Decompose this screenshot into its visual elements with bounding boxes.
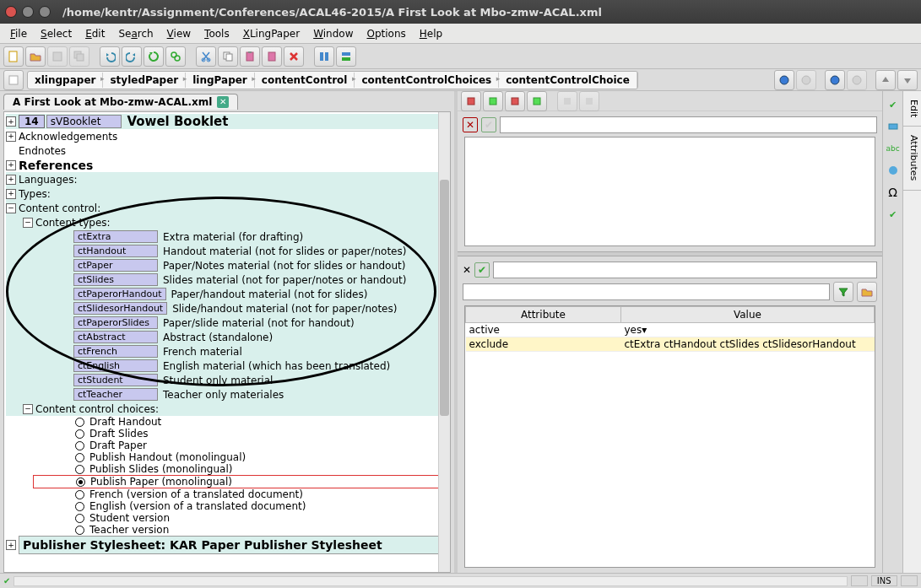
attr-name[interactable]: exclude <box>466 337 621 352</box>
attr-value[interactable]: ctExtra ctHandout ctSlides ctSlidesorHan… <box>620 337 874 352</box>
split-h-icon[interactable] <box>336 46 356 67</box>
menu-tools[interactable]: Tools <box>198 25 236 42</box>
radio-icon[interactable] <box>75 418 84 427</box>
content-choice-row[interactable]: Draft Paper <box>6 440 448 451</box>
delete-icon[interactable] <box>284 46 304 67</box>
paste-special-icon[interactable] <box>262 46 282 67</box>
split-v-icon[interactable] <box>314 46 334 67</box>
menu-window[interactable]: Window <box>306 25 360 42</box>
node-icon-1[interactable] <box>461 91 481 111</box>
attr-value[interactable]: yes▾ <box>620 323 874 337</box>
menu-xlingpaper[interactable]: XLingPaper <box>236 25 306 42</box>
collapse-icon[interactable]: − <box>23 218 33 228</box>
attr-filter-input[interactable] <box>463 283 830 300</box>
redo-icon[interactable] <box>122 46 142 67</box>
node-icon-6[interactable] <box>579 91 599 111</box>
radio-icon[interactable] <box>75 429 84 439</box>
window-maximize-button[interactable] <box>39 6 51 18</box>
content-type-row[interactable]: ctTeacherTeacher only materiales <box>6 387 448 402</box>
side-check-icon[interactable]: ✔ <box>885 96 902 113</box>
side-abc-icon[interactable]: abc <box>885 140 902 157</box>
attr-cancel-button[interactable]: ✕ <box>463 264 471 276</box>
copy-icon[interactable] <box>218 46 238 67</box>
menu-options[interactable]: Options <box>360 25 412 42</box>
tree-down-icon[interactable] <box>897 70 918 90</box>
globe2-dim-icon[interactable] <box>847 70 867 90</box>
content-choice-row[interactable]: Publish Slides (monolingual) <box>6 463 448 475</box>
side-tag-icon[interactable] <box>885 118 902 135</box>
breadcrumb-item[interactable]: lingPaper <box>186 73 255 88</box>
expand-icon[interactable]: + <box>6 175 16 185</box>
menu-help[interactable]: Help <box>413 25 449 42</box>
document-tree[interactable]: + 14 sVBooklet Vowel Booklet +Acknowledg… <box>3 111 451 573</box>
tree-item-languages[interactable]: Languages: <box>19 174 78 186</box>
content-type-row[interactable]: ctStudentStudent only material <box>6 373 448 387</box>
content-type-id[interactable]: ctExtra <box>73 230 158 243</box>
attr-value-input[interactable] <box>493 262 877 278</box>
cut-icon[interactable] <box>196 46 216 67</box>
content-type-row[interactable]: ctPaperPaper/Notes material (not for sli… <box>6 258 448 272</box>
edit-name-input[interactable] <box>500 116 877 133</box>
content-type-row[interactable]: ctSlidesSlides material (not for paper/n… <box>6 272 448 287</box>
content-type-id[interactable]: ctSlidesorHandout <box>73 302 167 315</box>
content-type-id[interactable]: ctTeacher <box>73 388 158 401</box>
tree-item-content-types[interactable]: Content types: <box>35 217 111 229</box>
breadcrumb-item[interactable]: contentControlChoice <box>499 73 637 88</box>
content-choice-row[interactable]: Publish Handout (monolingual) <box>6 451 448 463</box>
tree-item-content-control[interactable]: Content control: <box>19 202 100 214</box>
content-type-id[interactable]: ctPaper <box>73 259 158 272</box>
node-icon-5[interactable] <box>557 91 577 111</box>
content-type-id[interactable]: ctFrench <box>73 345 158 358</box>
attributes-table[interactable]: Attribute Value active yes▾ exclude ctEx… <box>464 305 875 568</box>
cancel-edit-button[interactable]: ✕ <box>463 117 478 132</box>
content-choice-row[interactable]: Draft Slides <box>6 428 448 440</box>
section-id[interactable]: sVBooklet <box>46 115 122 128</box>
attr-header-attribute[interactable]: Attribute <box>466 307 621 323</box>
breadcrumb-home-icon[interactable] <box>3 70 24 90</box>
radio-icon[interactable] <box>75 502 84 511</box>
content-type-id[interactable]: ctSlides <box>73 273 158 286</box>
content-type-id[interactable]: ctEnglish <box>73 359 158 372</box>
radio-icon[interactable] <box>75 465 84 474</box>
edit-textarea[interactable] <box>464 137 875 246</box>
expand-icon[interactable]: + <box>6 160 16 170</box>
folder-icon[interactable] <box>857 282 877 302</box>
paste-icon[interactable] <box>240 46 260 67</box>
radio-icon[interactable] <box>76 477 85 487</box>
document-tab[interactable]: A First Look at Mbo-zmw-ACAL.xml ✕ <box>3 94 238 110</box>
breadcrumb-item[interactable]: styledPaper <box>103 73 186 88</box>
side-run-icon[interactable] <box>885 162 902 179</box>
node-icon-3[interactable] <box>505 91 525 111</box>
breadcrumb-item[interactable]: contentControl <box>255 73 355 88</box>
filter-icon[interactable] <box>833 282 853 302</box>
breadcrumb-item[interactable]: contentControlChoices <box>355 73 499 88</box>
apply-edit-button[interactable]: ✔ <box>481 117 496 132</box>
publisher-stylesheet[interactable]: Publisher Stylesheet: KAR Paper Publishe… <box>19 536 448 554</box>
refresh-all-icon[interactable] <box>165 46 186 67</box>
tree-item-types[interactable]: Types: <box>19 188 51 200</box>
refresh-icon[interactable] <box>144 46 164 67</box>
node-icon-2[interactable] <box>483 91 503 111</box>
content-type-row[interactable]: ctPaperorSlidesPaper/slide material (not… <box>6 316 448 330</box>
globe2-icon[interactable] <box>825 70 845 90</box>
side-tab-edit[interactable]: Edit <box>903 91 921 127</box>
undo-icon[interactable] <box>100 46 120 67</box>
radio-icon[interactable] <box>75 490 84 499</box>
new-file-icon[interactable] <box>3 46 24 67</box>
globe-icon[interactable] <box>774 70 794 90</box>
content-choice-row[interactable]: French (version of a translated document… <box>6 488 448 500</box>
radio-icon[interactable] <box>75 526 84 535</box>
attr-header-value[interactable]: Value <box>620 307 874 323</box>
splitter-h[interactable] <box>458 251 882 256</box>
content-type-id[interactable]: ctAbstract <box>73 331 158 343</box>
content-choice-row[interactable]: Student version <box>6 512 448 524</box>
content-type-row[interactable]: ctEnglishEnglish material (which has bee… <box>6 359 448 373</box>
side-tab-attributes[interactable]: Attributes <box>903 127 921 190</box>
menu-view[interactable]: View <box>160 25 198 42</box>
attr-apply-button[interactable]: ✔ <box>474 262 490 278</box>
tree-item-content-choices[interactable]: Content control choices: <box>35 403 159 415</box>
content-type-row[interactable]: ctSlidesorHandoutSlide/handout material … <box>6 301 448 316</box>
menu-search[interactable]: Search <box>111 25 160 42</box>
tree-item-endnotes[interactable]: Endnotes <box>19 145 66 157</box>
content-type-row[interactable]: ctExtraExtra material (for drafting) <box>6 229 448 244</box>
